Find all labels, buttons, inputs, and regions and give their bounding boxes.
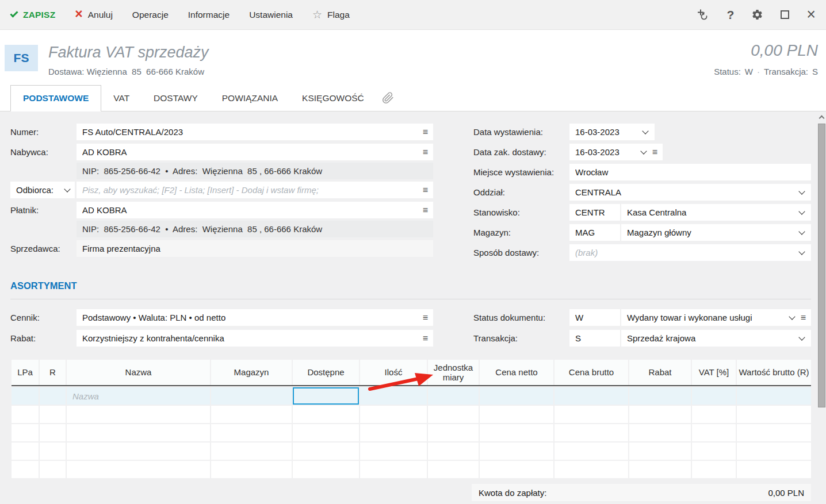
add-refresh-icon[interactable] (697, 9, 709, 21)
column-header-cena-netto[interactable]: Cena netto (480, 360, 553, 385)
table-cell[interactable] (428, 424, 479, 441)
cennik-menu-icon[interactable]: ≡ (423, 313, 428, 322)
status-dokumentu-code[interactable]: W (569, 309, 620, 326)
table-cell[interactable] (480, 387, 553, 405)
table-cell[interactable] (480, 424, 553, 441)
platnik-field[interactable]: AD KOBRA ≡ (77, 202, 433, 218)
tab-vat[interactable]: VAT (101, 85, 142, 111)
numer-field[interactable]: FS Auto/CENTRALA/2023 ≡ (77, 124, 433, 140)
cennik-field[interactable]: Podstawowy • Waluta: PLN • od netto ≡ (77, 309, 433, 326)
table-cell[interactable] (211, 424, 292, 441)
table-cell[interactable] (360, 443, 427, 460)
oddzial-combobox[interactable]: CENTRALA (569, 184, 811, 201)
maximize-icon[interactable] (781, 10, 789, 19)
table-cell[interactable] (692, 387, 736, 405)
table-cell[interactable] (737, 387, 811, 405)
table-cell[interactable] (692, 406, 736, 423)
column-header-rabat[interactable]: Rabat (629, 360, 691, 385)
table-cell[interactable] (12, 406, 39, 423)
table-cell[interactable] (555, 387, 628, 405)
platnik-menu-icon[interactable]: ≡ (423, 206, 428, 215)
column-header-r[interactable]: R (40, 360, 66, 385)
table-cell[interactable] (12, 424, 39, 441)
table-cell[interactable] (360, 424, 427, 441)
table-cell[interactable] (293, 443, 359, 460)
scrollbar-up-button[interactable] (818, 113, 825, 121)
table-cell[interactable] (360, 461, 427, 478)
table-cell[interactable] (428, 443, 479, 460)
rabat-field[interactable]: Korzystniejszy z kontrahenta/cennika ≡ (77, 330, 433, 347)
stanowisko-combobox[interactable]: Kasa Centralna (621, 204, 811, 221)
nabywca-menu-icon[interactable]: ≡ (423, 148, 428, 157)
table-cell[interactable] (555, 424, 628, 441)
table-cell[interactable] (40, 387, 66, 405)
table-cell[interactable] (67, 461, 210, 478)
table-cell[interactable] (40, 424, 66, 441)
table-cell[interactable] (692, 461, 736, 478)
table-cell[interactable] (737, 443, 811, 460)
data-zak-dostawy-combobox[interactable]: 16-03-2023 ≡ (569, 144, 663, 160)
settings-gear-icon[interactable] (751, 9, 763, 21)
table-cell[interactable] (629, 461, 691, 478)
attachments-paperclip-icon[interactable] (382, 85, 394, 111)
table-cell[interactable] (67, 424, 210, 441)
menu-ustawienia[interactable]: Ustawienia (249, 10, 293, 20)
table-cell[interactable] (737, 424, 811, 441)
table-cell[interactable] (67, 443, 210, 460)
new-item-name-cell[interactable]: Nazwa (67, 387, 210, 405)
column-header-nazwa[interactable]: Nazwa (67, 360, 210, 385)
tab-podstawowe[interactable]: PODSTAWOWE (10, 85, 101, 111)
scrollbar-thumb[interactable] (818, 124, 825, 407)
tab-ksiegowosc[interactable]: KSIĘGOWOŚĆ (290, 85, 376, 111)
table-cell[interactable] (629, 387, 691, 405)
table-cell[interactable] (12, 461, 39, 478)
table-cell[interactable] (480, 406, 553, 423)
table-cell[interactable] (555, 461, 628, 478)
table-cell[interactable] (293, 424, 359, 441)
table-cell[interactable] (629, 406, 691, 423)
table-cell[interactable] (428, 461, 479, 478)
table-cell[interactable] (40, 461, 66, 478)
table-cell[interactable] (737, 406, 811, 423)
selected-cell[interactable] (293, 387, 359, 405)
table-cell[interactable] (480, 461, 553, 478)
data-wystawienia-combobox[interactable]: 16-03-2023 (569, 124, 655, 140)
table-cell[interactable] (211, 461, 292, 478)
table-cell[interactable] (293, 406, 359, 423)
table-cell[interactable] (211, 406, 292, 423)
table-cell[interactable] (40, 406, 66, 423)
column-header-lpa[interactable]: LPa (12, 360, 39, 385)
column-header-vat[interactable]: VAT [%] (692, 360, 736, 385)
table-cell[interactable] (629, 424, 691, 441)
close-icon[interactable]: × (806, 7, 816, 22)
transakcja-code[interactable]: S (569, 330, 620, 347)
status-dokumentu-combobox[interactable]: Wydany towar i wykonane usługi ≡ (621, 309, 811, 326)
table-cell[interactable] (692, 443, 736, 460)
table-cell[interactable] (40, 443, 66, 460)
flag-button[interactable]: ☆ Flaga (312, 9, 350, 20)
miejsce-wystawienia-field[interactable]: Wrocław (569, 164, 811, 180)
nabywca-field[interactable]: AD KOBRA ≡ (77, 144, 433, 160)
column-header-cena-brutto[interactable]: Cena brutto (555, 360, 628, 385)
table-cell[interactable] (12, 443, 39, 460)
help-icon[interactable]: ? (726, 8, 734, 22)
tab-dostawy[interactable]: DOSTAWY (142, 85, 210, 111)
table-cell[interactable] (480, 443, 553, 460)
column-header-dostepne[interactable]: Dostępne (293, 360, 359, 385)
stanowisko-code[interactable]: CENTR (569, 204, 620, 221)
table-cell[interactable] (555, 443, 628, 460)
odbiorca-search-field[interactable]: Pisz, aby wyszukać; [F2] - Lista; [Inser… (77, 182, 433, 198)
column-header-wartosc-brutto[interactable]: Wartość brutto (R) (737, 360, 811, 385)
table-cell[interactable] (211, 443, 292, 460)
cancel-button[interactable]: × Anuluj (75, 9, 113, 21)
odbiorca-menu-icon[interactable]: ≡ (423, 186, 428, 195)
table-cell[interactable] (211, 387, 292, 405)
table-cell[interactable] (629, 443, 691, 460)
table-cell[interactable] (12, 387, 39, 405)
transakcja-combobox[interactable]: Sprzedaż krajowa (621, 330, 811, 347)
table-cell[interactable] (67, 406, 210, 423)
magazyn-combobox[interactable]: Magazyn główny (621, 224, 811, 241)
tab-powiazania[interactable]: POWIĄZANIA (210, 85, 290, 111)
column-header-magazyn[interactable]: Magazyn (211, 360, 292, 385)
menu-operacje[interactable]: Operacje (132, 10, 169, 20)
